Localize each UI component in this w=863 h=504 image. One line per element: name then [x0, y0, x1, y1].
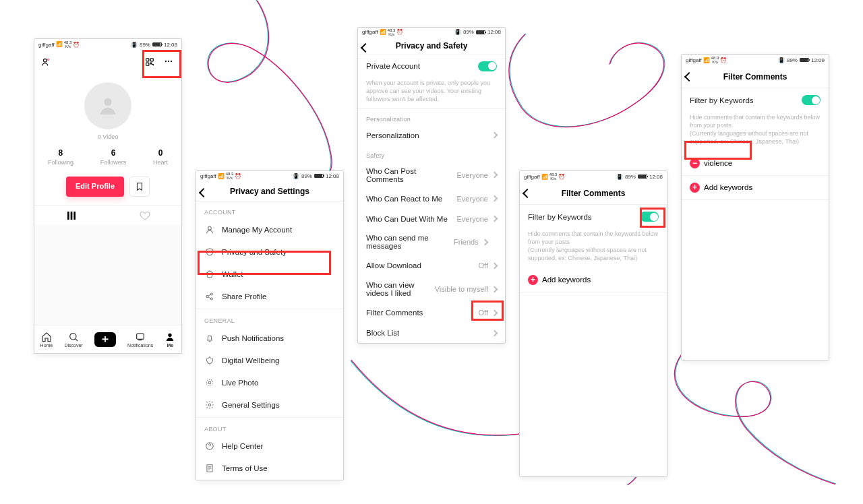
status-bar: giffgaff📶48.3K/s⏰ 📳89%12:08: [358, 28, 505, 36]
nav-notifications[interactable]: Notifications: [127, 332, 153, 348]
private-account-label: Private Account: [366, 62, 471, 70]
status-bar: giffgaff📶48.3K/s⏰ 📳89%12:08: [520, 171, 667, 182]
nav-create[interactable]: ＋: [94, 332, 116, 347]
svg-rect-11: [73, 212, 76, 220]
bookmark-button[interactable]: [129, 177, 150, 197]
keyword-text: violence: [704, 159, 732, 167]
row-messages[interactable]: Who can send me messagesFriends: [358, 229, 505, 256]
row-push-notifications[interactable]: Push Notifications: [196, 327, 343, 349]
row-manage-account[interactable]: Manage My Account: [196, 218, 343, 241]
section-personalization: Personalization: [358, 109, 505, 125]
row-personalization[interactable]: Personalization: [358, 125, 505, 146]
edit-profile-button[interactable]: Edit Profile: [66, 177, 124, 197]
nav-discover[interactable]: Discover: [64, 332, 82, 348]
filter-keywords-label: Filter by Keywords: [690, 96, 795, 104]
row-liked-visibility[interactable]: Who can view videos I likedVisible to my…: [358, 276, 505, 303]
row-help-center[interactable]: Help Center: [196, 435, 343, 458]
svg-point-12: [70, 333, 76, 339]
add-keywords-button[interactable]: + Add keywords: [682, 176, 829, 200]
row-duet[interactable]: Who Can Duet With MeEveryone: [358, 209, 505, 229]
plus-icon: +: [528, 275, 538, 285]
row-share-profile[interactable]: Share Profile: [196, 285, 343, 307]
filter-keywords-toggle[interactable]: [802, 95, 821, 105]
page-title: Privacy and Settings: [230, 187, 309, 196]
row-post-comments[interactable]: Who Can Post CommentsEveryone: [358, 162, 505, 189]
svg-point-0: [44, 59, 47, 62]
page-title: Filter Comments: [723, 72, 787, 82]
row-download[interactable]: Allow DownloadOff: [358, 255, 505, 276]
svg-point-14: [169, 333, 172, 336]
back-button[interactable]: [200, 181, 207, 204]
private-account-toggle[interactable]: [478, 61, 497, 71]
status-bar: giffgaff📶48.3K/s⏰ 📳89%12:08: [34, 39, 181, 50]
back-button[interactable]: [524, 182, 531, 205]
row-digital-wellbeing[interactable]: Digital Wellbeing: [196, 349, 343, 371]
back-button[interactable]: [686, 65, 692, 88]
status-bar: giffgaff📶48.3K/s⏰ 📳89%12:08: [196, 171, 343, 181]
private-account-desc: When your account is private, only peopl…: [358, 77, 505, 109]
back-button[interactable]: [362, 36, 369, 59]
add-keywords-button[interactable]: + Add keywords: [520, 268, 667, 292]
row-react[interactable]: Who Can React to MeEveryone: [358, 189, 505, 209]
svg-point-15: [208, 226, 212, 230]
row-general-settings[interactable]: General Settings: [196, 393, 343, 416]
svg-point-21: [208, 404, 211, 406]
tab-videos[interactable]: [34, 206, 108, 225]
filter-keywords-desc: Hide comments that contain the keywords …: [520, 228, 667, 268]
row-block-list[interactable]: Block List: [358, 323, 505, 343]
nav-home[interactable]: Home: [40, 332, 53, 348]
add-friend-icon[interactable]: [41, 57, 51, 67]
filter-keywords-label: Filter by Keywords: [528, 213, 633, 221]
section-about: ABOUT: [196, 419, 343, 435]
hearts-count[interactable]: 0Heart: [153, 148, 168, 166]
page-title: Filter Comments: [562, 189, 626, 198]
plus-icon: +: [690, 183, 700, 193]
svg-rect-13: [137, 334, 144, 339]
status-bar: giffgaff📶48.3K/s⏰ 📳89%12:09: [682, 55, 829, 65]
svg-point-19: [208, 381, 211, 384]
row-terms-of-use[interactable]: Terms of Use: [196, 458, 343, 480]
avatar[interactable]: [84, 82, 131, 129]
section-general: GENERAL: [196, 311, 343, 327]
svg-rect-9: [67, 212, 69, 220]
following-count[interactable]: 8Following: [48, 148, 73, 166]
row-live-photo[interactable]: Live Photo: [196, 371, 343, 393]
section-safety: Safety: [358, 146, 505, 162]
followers-count[interactable]: 6Followers: [100, 148, 127, 166]
video-count: 0 Video: [34, 133, 181, 140]
section-account: ACCOUNT: [196, 202, 343, 218]
tab-liked[interactable]: [108, 206, 181, 225]
svg-point-20: [206, 379, 212, 385]
page-title: Privacy and Safety: [396, 41, 468, 51]
nav-me[interactable]: Me: [165, 332, 175, 348]
svg-rect-10: [70, 212, 72, 220]
svg-point-8: [104, 98, 111, 106]
